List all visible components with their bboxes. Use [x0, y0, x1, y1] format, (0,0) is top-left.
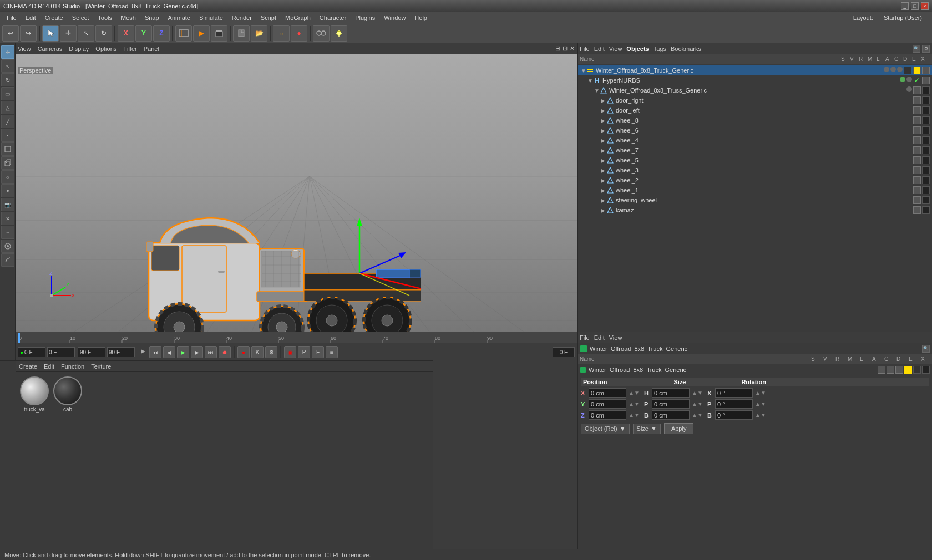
rotation-y-input[interactable] [715, 399, 753, 409]
new-scene-button[interactable] [233, 25, 250, 42]
viewport-3d[interactable]: Perspective [16, 54, 577, 332]
sidebar-point-tool[interactable]: · [1, 129, 14, 142]
close-button[interactable]: × [921, 2, 929, 10]
obj-row-kamaz[interactable]: ▶ kamaz [578, 205, 932, 215]
sidebar-model-tool[interactable] [1, 142, 14, 156]
sidebar-box-tool[interactable] [1, 156, 14, 170]
redo-button[interactable]: ↪ [20, 25, 37, 42]
sidebar-select-tool[interactable]: ▭ [1, 87, 14, 100]
position-x-input[interactable] [589, 388, 626, 398]
menu-mesh[interactable]: Mesh [116, 12, 140, 23]
vp-icon-1[interactable]: ⊞ [555, 45, 560, 52]
z-axis-button[interactable]: Z [153, 25, 170, 42]
menu-plugins[interactable]: Plugins [351, 12, 379, 23]
playmode-button[interactable]: P [298, 346, 310, 358]
obj-row-wheel-1[interactable]: ▶ wheel_1 [578, 185, 932, 195]
record-button[interactable]: ⏺ [219, 346, 231, 358]
rotation-x-input[interactable] [715, 388, 753, 398]
open-scene-button[interactable]: 📂 [251, 25, 267, 42]
obj-row-wheel-6[interactable]: ▶ wheel_6 [578, 125, 932, 135]
fps-button[interactable]: F [312, 346, 324, 358]
sidebar-sphere-tool[interactable]: ○ [1, 170, 14, 184]
size-mode-dropdown[interactable]: Size ▼ [633, 424, 661, 434]
vp-menu-panel[interactable]: Panel [144, 45, 159, 52]
expand-arrow[interactable]: ▶ [601, 187, 606, 194]
obj-row-truck-generic[interactable]: ▼ Winter_Offroad_8x8_Truck_Generic [578, 65, 932, 75]
menu-script[interactable]: Script [256, 12, 281, 23]
mat-create[interactable]: Create [19, 363, 37, 370]
menu-edit[interactable]: Edit [21, 12, 40, 23]
coord-system-dropdown[interactable]: Object (Rel) ▼ [581, 424, 630, 434]
go-end-button[interactable]: ⏭ [205, 346, 217, 358]
minimize-button[interactable]: _ [901, 2, 909, 10]
x-axis-button[interactable]: X [118, 25, 134, 42]
attr-edit[interactable]: Edit [594, 334, 605, 341]
expand-arrow[interactable]: ▶ [601, 108, 606, 114]
sidebar-polygon-tool[interactable]: △ [1, 101, 14, 114]
timeline-extra-button[interactable]: ≡ [326, 346, 338, 358]
om-bookmarks[interactable]: Bookmarks [671, 45, 701, 52]
expand-arrow[interactable]: ▶ [601, 157, 606, 164]
sidebar-sculpt-tool[interactable] [1, 253, 14, 267]
expand-arrow[interactable]: ▶ [601, 138, 606, 144]
size-h-input[interactable] [652, 388, 690, 398]
timeline-settings-button[interactable]: ⚙ [265, 346, 277, 358]
menu-window[interactable]: Window [379, 12, 410, 23]
sidebar-light-tool[interactable]: ✦ [1, 184, 14, 197]
vp-menu-options[interactable]: Options [95, 45, 116, 52]
dot-s[interactable] [884, 67, 889, 72]
animation-keyframe-button[interactable]: ⬦ [273, 25, 290, 42]
maximize-button[interactable]: □ [911, 2, 919, 10]
menu-animate[interactable]: Animate [164, 12, 195, 23]
sidebar-null-tool[interactable]: ✕ [1, 212, 14, 225]
go-start-button[interactable]: ⏮ [149, 346, 161, 358]
material-truck-va[interactable]: truck_va [20, 376, 49, 413]
prev-frame-button[interactable]: ◀ [163, 346, 175, 358]
expand-arrow[interactable]: ▶ [601, 98, 606, 104]
om-tags[interactable]: Tags [654, 45, 666, 52]
layout-value[interactable]: Startup (User) [879, 12, 926, 23]
expand-arrow[interactable]: ▶ [601, 197, 606, 203]
render-button[interactable]: ▶ [193, 25, 210, 42]
om-search-icon[interactable]: 🔍 [913, 45, 920, 53]
sidebar-rotate-tool[interactable]: ↻ [1, 73, 14, 86]
om-settings-icon[interactable]: ⚙ [922, 45, 930, 53]
sidebar-move-tool[interactable]: ✛ [1, 45, 14, 59]
obj-row-wheel-4[interactable]: ▶ wheel_4 [578, 135, 932, 145]
om-file[interactable]: File [580, 45, 590, 52]
light-button[interactable] [331, 25, 347, 42]
play-button[interactable]: ▶ [177, 346, 189, 358]
sidebar-paint-tool[interactable] [1, 240, 14, 253]
vp-menu-view[interactable]: View [18, 45, 31, 52]
obj-row-steering-wheel[interactable]: ▶ steering_wheel [578, 195, 932, 205]
scale-button[interactable]: ⤡ [78, 25, 94, 42]
key-all-button[interactable]: K [251, 346, 264, 358]
material-cab[interactable]: cab [53, 376, 82, 413]
stereo-view-button[interactable] [313, 25, 330, 42]
expand-arrow[interactable]: ▼ [587, 78, 593, 84]
attr-file[interactable]: File [580, 334, 590, 341]
obj-row-wheel-5[interactable]: ▶ wheel_5 [578, 155, 932, 165]
end-frame-input[interactable] [107, 347, 135, 357]
y-axis-button[interactable]: Y [135, 25, 152, 42]
om-view[interactable]: View [609, 45, 622, 52]
live-select-button[interactable] [42, 25, 59, 42]
sidebar-camera-tool[interactable]: 📷 [1, 198, 14, 211]
position-z-input[interactable] [589, 410, 626, 420]
obj-row-wheel-7[interactable]: ▶ wheel_7 [578, 145, 932, 155]
obj-row-door-right[interactable]: ▶ door_right [578, 95, 932, 105]
expand-arrow[interactable]: ▶ [601, 128, 606, 134]
undo-button[interactable]: ↩ [2, 25, 19, 42]
dot-active[interactable] [900, 77, 905, 82]
menu-snap[interactable]: Snap [140, 12, 164, 23]
obj-row-hypernurbs[interactable]: ▼ H HyperNURBS ✓ [578, 75, 932, 85]
obj-row-wheel-3[interactable]: ▶ wheel_3 [578, 165, 932, 175]
menu-help[interactable]: Help [410, 12, 432, 23]
obj-row-wheel-8[interactable]: ▶ wheel_8 [578, 115, 932, 125]
dot-v[interactable] [890, 67, 896, 72]
menu-file[interactable]: File [2, 12, 21, 23]
size-b-input[interactable] [652, 410, 690, 420]
vp-menu-filter[interactable]: Filter [123, 45, 136, 52]
dot-r[interactable] [897, 67, 903, 72]
menu-character[interactable]: Character [315, 12, 351, 23]
